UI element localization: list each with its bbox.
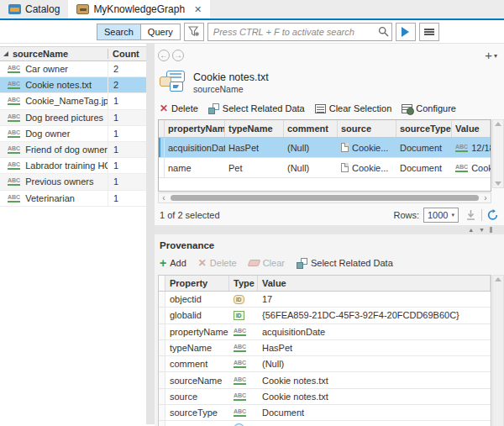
list-item[interactable]: ABCPrevious owners 1 xyxy=(0,174,146,190)
delete-button[interactable]: ✕ Delete xyxy=(160,103,198,114)
catalog-icon xyxy=(8,4,21,14)
table-row[interactable]: propertyName ABC acquisitionDate xyxy=(159,324,491,340)
table-row[interactable]: source ABC Cookie notes.txt xyxy=(159,389,491,405)
eraser-icon xyxy=(247,260,260,266)
chevron-down-icon[interactable]: ▾ xyxy=(494,52,497,60)
abc-type-icon: ABC xyxy=(8,113,20,122)
clear-selection-icon xyxy=(315,104,326,113)
view-tab-bar: Catalog MyKnowledgeGraph ✕ xyxy=(0,0,504,20)
splitter-up-icon[interactable]: ▲ xyxy=(468,226,474,234)
abc-type-icon: ABC xyxy=(455,164,468,172)
source-name-column-header[interactable]: sourceName xyxy=(12,49,108,59)
delete-icon: ✕ xyxy=(198,257,207,269)
entity-icon xyxy=(160,71,186,94)
select-related-data-button[interactable]: Select Related Data xyxy=(297,258,393,269)
entity-subtitle: sourceName xyxy=(193,84,269,94)
select-related-data-icon xyxy=(208,103,219,114)
table-row[interactable]: typeName ABC HasPet xyxy=(159,340,491,356)
splitter-grip[interactable] xyxy=(490,227,492,233)
tab-catalog[interactable]: Catalog xyxy=(0,0,68,18)
table-row[interactable]: comment ABC (Null) xyxy=(159,356,491,372)
abc-type-icon: ABC xyxy=(8,129,20,138)
splitter-down-icon[interactable]: ▼ xyxy=(479,226,485,234)
abc-type-icon: ABC xyxy=(8,65,20,73)
configure-button[interactable]: Configure xyxy=(402,103,456,113)
search-query-segmented: Search Query xyxy=(97,24,181,40)
forward-icon[interactable]: → xyxy=(172,50,184,61)
globalid-type-icon: ID xyxy=(234,311,244,320)
table-row[interactable]: name Pet (Null) Cookie... Document ABCCo… xyxy=(159,158,491,178)
query-mode-button[interactable]: Query xyxy=(140,24,180,39)
list-item[interactable]: ABCFriend of dog owner 1 xyxy=(0,142,146,158)
list-item-selected[interactable]: ABCCookie notes.txt 2 xyxy=(0,77,146,93)
table-row[interactable]: globalid ID {56FEA859-21DC-45F3-92F4-20F… xyxy=(159,308,491,323)
group-expand-icon[interactable] xyxy=(0,51,12,56)
refresh-icon[interactable] xyxy=(486,209,499,221)
provenance-table-header[interactable]: Property Type Value xyxy=(159,276,491,292)
panel-splitter[interactable] xyxy=(146,44,155,424)
scroll-up-icon[interactable] xyxy=(495,122,501,126)
search-input[interactable] xyxy=(207,23,392,41)
abc-type-icon: ABC xyxy=(8,194,20,202)
table-row[interactable]: sourceType ABC Document xyxy=(159,405,491,421)
options-menu-button[interactable] xyxy=(419,23,439,41)
run-search-button[interactable] xyxy=(396,23,416,41)
abc-type-icon: ABC xyxy=(234,328,246,336)
section-splitter[interactable]: ▲ ▼ xyxy=(155,225,504,234)
scroll-up-icon[interactable] xyxy=(495,277,501,281)
search-toolbar: Search Query xyxy=(0,20,504,44)
abc-type-icon: ABC xyxy=(234,408,246,417)
delete-button-disabled[interactable]: ✕ Delete xyxy=(198,257,237,269)
list-item[interactable]: ABCCar owner 2 xyxy=(0,61,146,77)
vertical-scrollbar[interactable] xyxy=(492,119,504,188)
count-column-header[interactable]: Count xyxy=(108,49,146,59)
scroll-left-icon[interactable]: ‹ xyxy=(159,193,169,202)
scrollbar-thumb[interactable] xyxy=(171,195,479,201)
provenance-title: Provenance xyxy=(158,234,504,254)
list-item[interactable]: ABCDog owner 1 xyxy=(0,126,146,142)
table-row[interactable]: objectid ID 17 xyxy=(159,292,491,308)
close-tab-icon[interactable]: ✕ xyxy=(194,4,202,15)
search-mode-button[interactable]: Search xyxy=(97,24,140,39)
run-icon xyxy=(402,27,409,37)
tab-knowledge-graph[interactable]: MyKnowledgeGraph ✕ xyxy=(68,0,210,18)
delete-icon: ✕ xyxy=(160,103,168,114)
list-item[interactable]: ABCDog breed pictures 1 xyxy=(0,110,146,126)
table-row[interactable]: instanceID ID {5D04FD96-DBDA-4785-BDDB-4… xyxy=(159,421,491,426)
abc-type-icon: ABC xyxy=(8,81,20,89)
add-icon[interactable]: + xyxy=(485,50,492,61)
list-item[interactable]: ABCLabrador training HQ 1 xyxy=(0,158,146,174)
rows-label: Rows: xyxy=(393,210,419,220)
abc-type-icon: ABC xyxy=(8,161,20,170)
search-icon xyxy=(378,26,389,37)
add-button[interactable]: + Add xyxy=(160,256,186,270)
provenance-section: Provenance + Add ✕ Delete Clear xyxy=(155,234,504,426)
scroll-right-icon[interactable]: › xyxy=(480,193,491,202)
list-item[interactable]: ABCCookie_NameTag.jpg 1 xyxy=(0,93,146,109)
entity-header: Cookie notes.txt sourceName xyxy=(160,67,504,97)
download-rows-icon[interactable] xyxy=(465,209,477,221)
back-icon[interactable]: ← xyxy=(158,50,170,61)
properties-table-header[interactable]: propertyName typeName comment source sou… xyxy=(159,120,491,138)
abc-type-icon: ABC xyxy=(234,344,246,352)
app-window: Catalog MyKnowledgeGraph ✕ Search Query xyxy=(0,0,504,426)
horizontal-scrollbar[interactable]: ‹ › xyxy=(158,192,491,203)
filter-button[interactable] xyxy=(184,23,204,41)
clear-selection-button[interactable]: Clear Selection xyxy=(315,103,392,113)
source-list-header[interactable]: sourceName Count xyxy=(0,46,146,61)
rows-count-select[interactable]: 1000 ▾ xyxy=(423,208,459,223)
scroll-down-icon[interactable] xyxy=(495,181,501,186)
table-row-selected[interactable]: acquisitionDate HasPet (Null) Cookie... … xyxy=(159,138,491,158)
select-related-data-button[interactable]: Select Related Data xyxy=(208,103,305,114)
table-row[interactable]: sourceName ABC Cookie notes.txt xyxy=(159,372,491,388)
select-related-data-icon xyxy=(297,258,307,269)
chevron-down-icon: ▾ xyxy=(451,212,454,218)
clear-button-disabled[interactable]: Clear xyxy=(249,258,285,268)
search-box xyxy=(207,23,392,41)
source-list-panel: sourceName Count ABCCar owner 2 ABCCooki… xyxy=(0,44,146,424)
abc-type-icon: ABC xyxy=(455,144,468,152)
abc-type-icon: ABC xyxy=(234,360,246,368)
list-item[interactable]: ABCVeterinarian 1 xyxy=(0,191,146,207)
vertical-scrollbar[interactable] xyxy=(492,275,504,426)
document-icon xyxy=(341,143,349,152)
